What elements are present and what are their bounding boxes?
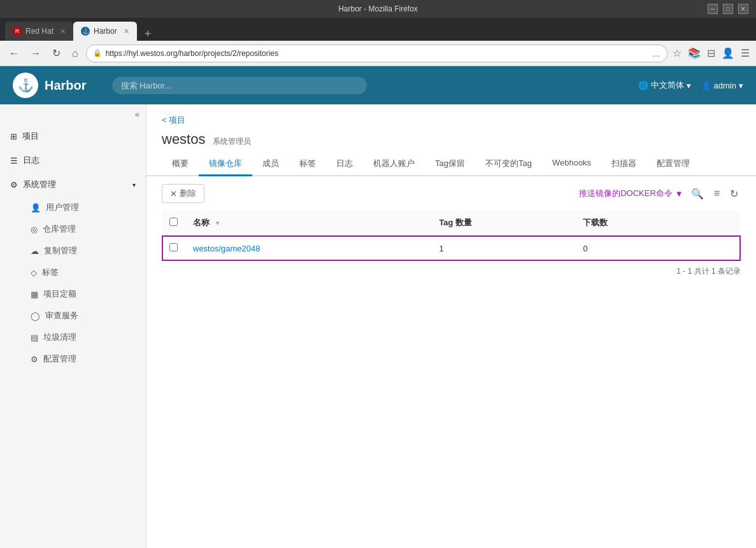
url-text: https://hyl.westos.org/harbor/projects/2… <box>106 49 648 58</box>
menu-icon[interactable]: ☰ <box>739 46 751 60</box>
sidebar-system-sub: 👤 用户管理 ◎ 仓库管理 ☁ 复制管理 ◇ <box>0 197 146 370</box>
library-icon[interactable]: 📚 <box>687 46 702 60</box>
repositories-table: 名称 ▼ Tag 数量 下载数 <box>162 211 741 261</box>
sidebar-item-repo-mgmt[interactable]: ◎ 仓库管理 <box>20 218 146 240</box>
sidebar-group-system-header[interactable]: ⚙ 系统管理 ▾ <box>0 172 146 197</box>
tab-members[interactable]: 成员 <box>252 153 289 176</box>
content-area: < 项目 westos 系统管理员 概要 镜像仓库 成员 标签 日志 机器人账户… <box>146 104 756 548</box>
projects-icon: ⊞ <box>10 132 17 141</box>
tab-overview[interactable]: 概要 <box>162 153 199 176</box>
forward-button[interactable]: → <box>27 46 45 60</box>
app-search[interactable] <box>112 77 367 94</box>
replication-icon: ☁ <box>31 246 39 256</box>
sidebar-group-system: ⚙ 系统管理 ▾ 👤 用户管理 ◎ 仓库管理 <box>0 172 146 370</box>
sidebar-toggle-icon[interactable]: ⊟ <box>706 46 717 60</box>
tab-scanner[interactable]: 扫描器 <box>601 153 646 176</box>
sidebar-item-audit-service[interactable]: ◯ 审查服务 <box>20 305 146 327</box>
name-filter-icon[interactable]: ▼ <box>215 220 221 227</box>
tab-webhooks[interactable]: Webhooks <box>542 153 601 176</box>
sidebar-item-logs[interactable]: ☰ 日志 <box>0 148 146 172</box>
tab-redhat[interactable]: R Red Hat ✕ <box>5 22 73 41</box>
sidebar-item-projects[interactable]: ⊞ 项目 <box>0 124 146 148</box>
sidebar: « ⊞ 项目 ☰ 日志 ⚙ 系统管理 ▾ <box>0 104 146 548</box>
user-icon: 👤 <box>701 81 711 90</box>
logs-icon: ☰ <box>10 156 18 165</box>
sidebar-item-config-mgmt[interactable]: ⚙ 配置管理 <box>20 348 146 370</box>
content-toolbar: ✕ 删除 推送镜像的DOCKER命令 ▼ 🔍 ≡ ↻ <box>146 176 756 211</box>
globe-icon: 🌐 <box>638 81 648 90</box>
sidebar-item-gc[interactable]: ▤ 垃圾清理 <box>20 327 146 348</box>
tab-logs[interactable]: 日志 <box>326 153 363 176</box>
redhat-tab-label: Red Hat <box>25 27 53 36</box>
sidebar-item-user-mgmt-label: 用户管理 <box>46 202 79 213</box>
delete-button[interactable]: ✕ 删除 <box>162 184 204 203</box>
redhat-tab-close[interactable]: ✕ <box>60 27 66 36</box>
table-row: westos/game2048 1 0 <box>162 235 741 262</box>
delete-button-label: 删除 <box>180 188 196 199</box>
redhat-favicon: R <box>13 27 22 36</box>
refresh-icon[interactable]: ↻ <box>727 185 741 202</box>
user-name: admin <box>714 81 736 90</box>
browser-title: Harbor - Mozilla Firefox <box>338 4 418 13</box>
sidebar-item-project-quota[interactable]: ▦ 项目定额 <box>20 283 146 305</box>
repo-name-link[interactable]: westos/game2048 <box>193 244 260 253</box>
close-button[interactable]: ✕ <box>738 4 748 14</box>
tab-config-mgmt[interactable]: 配置管理 <box>646 153 700 176</box>
gc-icon: ▤ <box>31 333 38 342</box>
search-input[interactable] <box>112 77 367 94</box>
actions-column-header <box>695 211 741 235</box>
app-logo: ⚓ Harbor <box>13 73 87 98</box>
system-group-chevron: ▾ <box>132 181 136 188</box>
push-command-button[interactable]: 推送镜像的DOCKER命令 ▼ <box>579 188 683 199</box>
tab-tag-retention[interactable]: Tag保留 <box>425 153 475 176</box>
new-tab-button[interactable]: + <box>139 27 157 41</box>
sidebar-item-projects-label: 项目 <box>22 130 39 142</box>
system-icon: ⚙ <box>10 180 18 190</box>
maximize-button[interactable]: □ <box>723 4 733 14</box>
config-icon: ⚙ <box>31 355 38 364</box>
minimize-button[interactable]: ─ <box>708 4 718 14</box>
sidebar-item-user-mgmt[interactable]: 👤 用户管理 <box>20 197 146 218</box>
sidebar-item-labels-label: 标签 <box>42 267 59 278</box>
tab-repositories[interactable]: 镜像仓库 <box>199 153 252 176</box>
table-container: 名称 ▼ Tag 数量 下载数 <box>146 211 756 548</box>
toolbar-left: ✕ 删除 <box>162 184 204 203</box>
row-actions-cell <box>695 235 741 262</box>
sidebar-item-replication-mgmt[interactable]: ☁ 复制管理 <box>20 240 146 262</box>
app-logo-text: Harbor <box>45 78 87 93</box>
push-command-chevron-icon: ▼ <box>675 189 683 199</box>
tab-harbor[interactable]: ⚓ Harbor ✕ <box>73 22 137 41</box>
tab-immutable-tag[interactable]: 不可变的Tag <box>475 153 542 176</box>
browser-titlebar: Harbor - Mozilla Firefox ─ □ ✕ <box>0 0 756 18</box>
language-label: 中文简体 <box>651 80 684 91</box>
language-selector[interactable]: 🌐 中文简体 ▾ <box>638 80 691 91</box>
quota-icon: ▦ <box>31 290 38 299</box>
reload-button[interactable]: ↻ <box>48 46 64 60</box>
browser-tabs-bar: R Red Hat ✕ ⚓ Harbor ✕ + <box>0 18 756 41</box>
back-button[interactable]: ← <box>5 46 23 60</box>
breadcrumb-link[interactable]: < 项目 <box>162 115 185 125</box>
tab-labels[interactable]: 标签 <box>289 153 326 176</box>
main-layout: « ⊞ 项目 ☰ 日志 ⚙ 系统管理 ▾ <box>0 104 756 548</box>
select-all-checkbox[interactable] <box>169 218 178 226</box>
sidebar-item-labels[interactable]: ◇ 标签 <box>20 262 146 283</box>
list-view-icon[interactable]: ≡ <box>711 185 722 202</box>
home-button[interactable]: ⌂ <box>68 46 82 60</box>
download-count-column-header: 下载数 <box>575 211 695 235</box>
row-checkbox[interactable] <box>169 243 178 251</box>
bookmark-icon[interactable]: ☆ <box>671 46 683 60</box>
user-menu[interactable]: 👤 admin ▾ <box>701 81 743 90</box>
sidebar-item-logs-label: 日志 <box>23 155 39 166</box>
harbor-tab-close[interactable]: ✕ <box>124 27 129 36</box>
user-mgmt-icon: 👤 <box>31 203 41 213</box>
app-logo-icon: ⚓ <box>13 73 38 98</box>
tab-robot-accounts[interactable]: 机器人账户 <box>363 153 425 176</box>
sidebar-item-replication-label: 复制管理 <box>44 245 77 256</box>
search-toolbar-icon[interactable]: 🔍 <box>688 185 706 202</box>
name-column-header: 名称 ▼ <box>185 211 431 235</box>
sidebar-item-repo-mgmt-label: 仓库管理 <box>43 223 76 235</box>
profile-icon[interactable]: 👤 <box>720 46 736 60</box>
sidebar-item-audit-label: 审查服务 <box>45 310 78 321</box>
sidebar-collapse-button[interactable]: « <box>0 104 146 124</box>
address-bar[interactable]: 🔒 https://hyl.westos.org/harbor/projects… <box>86 45 667 62</box>
